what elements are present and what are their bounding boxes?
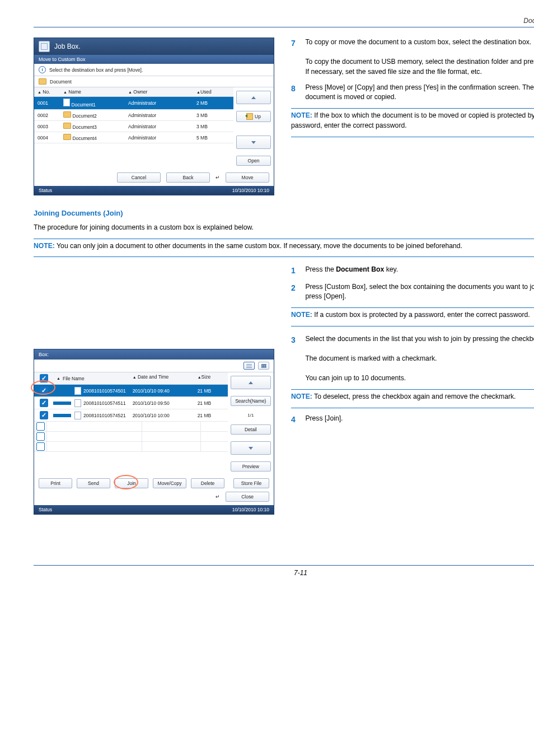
col-owner[interactable]: ▲ Owner xyxy=(125,87,193,96)
note-rule xyxy=(291,307,534,308)
panel-title-bar: Job Box. xyxy=(34,38,274,55)
note-label: NOTE: xyxy=(34,242,55,250)
intro-text: The procedure for joining documents in a… xyxy=(34,223,534,233)
note-label: NOTE: xyxy=(291,311,312,319)
enter-icon: ↵ xyxy=(216,175,220,180)
status-time: 10/10/2010 10:10 xyxy=(232,507,269,512)
step-number: 1 xyxy=(291,265,303,276)
cell-used: 2 MB xyxy=(193,99,233,108)
status-label[interactable]: Status xyxy=(39,507,52,512)
step-text: Press the Document Box key. xyxy=(305,265,534,275)
table-row[interactable]: 0002 Document2 Administrator 3 MB xyxy=(34,110,233,121)
step-text: Select the documents in the list that yo… xyxy=(305,335,534,343)
col-size[interactable]: ▲Size xyxy=(194,372,228,384)
folder-icon xyxy=(63,134,71,140)
open-button[interactable]: Open xyxy=(236,156,271,166)
cell-filename: 2008101010574501 xyxy=(71,385,129,396)
col-filename[interactable]: ▲ File Name xyxy=(53,372,129,384)
col-datetime[interactable]: ▲ Date and Time xyxy=(129,372,194,384)
print-button[interactable]: Print xyxy=(39,478,72,488)
cell-owner: Administrator xyxy=(125,122,193,131)
table-row[interactable]: 0001 Document1 Administrator 2 MB xyxy=(34,97,233,110)
send-button[interactable]: Send xyxy=(77,478,110,488)
folder-icon xyxy=(39,78,46,85)
panel-subtitle: Move to Custom Box xyxy=(34,55,274,64)
step-number: 7 xyxy=(291,38,303,49)
move-copy-button[interactable]: Move/Copy xyxy=(153,478,186,488)
col-name[interactable]: ▲ Name xyxy=(60,87,125,96)
chevron-down-icon xyxy=(249,447,253,450)
up-button[interactable]: Up xyxy=(236,111,271,122)
cell-name: Document1 xyxy=(60,97,125,109)
note-rule xyxy=(291,389,534,390)
row-index xyxy=(53,402,71,405)
step-text: To copy the document to USB memory, sele… xyxy=(305,58,534,76)
cell-size: 21 MB xyxy=(194,411,228,420)
view-toggle-row xyxy=(34,360,274,372)
box-panel: Box: ✓ ▲ File Name ▲ Date and Time ▲Size xyxy=(34,349,274,515)
cell-no: 0001 xyxy=(34,99,60,108)
note-rule xyxy=(34,239,534,239)
delete-button[interactable]: Delete xyxy=(191,478,224,488)
list-header: ✓ ▲ File Name ▲ Date and Time ▲Size xyxy=(34,372,228,385)
cell-filename: 2008101010574511 xyxy=(71,398,129,409)
move-button[interactable]: Move xyxy=(226,172,269,183)
table-row[interactable]: 0003 Document3 Administrator 3 MB xyxy=(34,121,233,132)
col-select-all[interactable]: ✓ xyxy=(34,372,53,384)
cell-name: Document3 xyxy=(60,121,125,132)
search-button[interactable]: Search(Name) xyxy=(231,396,271,406)
enter-icon: ↵ xyxy=(216,494,220,500)
join-button[interactable]: Join xyxy=(115,478,148,488)
note-rule xyxy=(291,408,534,408)
step-text: You can join up to 10 documents. xyxy=(305,374,406,382)
cell-owner: Administrator xyxy=(125,111,193,120)
back-button[interactable]: Back xyxy=(166,172,210,183)
cell-no: 0004 xyxy=(34,133,60,142)
preview-button[interactable]: Preview xyxy=(231,461,271,472)
store-file-button[interactable]: Store File xyxy=(233,478,269,488)
checkbox[interactable] xyxy=(36,422,45,431)
scroll-down-button[interactable] xyxy=(231,441,271,455)
cell-datetime: 2010/10/10 09:40 xyxy=(129,386,194,395)
cell-size: 21 MB xyxy=(194,386,228,395)
checkbox-icon: ✓ xyxy=(40,374,48,382)
file-icon xyxy=(74,412,81,419)
detail-button[interactable]: Detail xyxy=(231,424,271,435)
cancel-button[interactable]: Cancel xyxy=(117,172,161,183)
row-index xyxy=(53,414,71,417)
checkbox[interactable]: ✓ xyxy=(40,399,48,407)
scroll-up-button[interactable] xyxy=(231,376,271,389)
folder-icon xyxy=(63,123,71,129)
step-text: Press [Custom Box], select the box conta… xyxy=(305,282,534,302)
step-text: Press [Join]. xyxy=(305,414,534,424)
cell-no: 0002 xyxy=(34,111,60,120)
table-row[interactable]: 0004 Document4 Administrator 5 MB xyxy=(34,132,233,143)
note-rule xyxy=(291,137,534,137)
note-label: NOTE: xyxy=(291,393,312,400)
checkbox[interactable]: ✓ xyxy=(40,386,48,395)
checkbox[interactable]: ✓ xyxy=(40,411,48,419)
table-row[interactable]: ✓ 2008101010574511 2010/10/10 09:50 21 M… xyxy=(34,397,228,409)
list-header: ▲ No. ▲ Name ▲ Owner ▲Used xyxy=(34,87,233,97)
scroll-up-button[interactable] xyxy=(236,91,271,104)
grid-view-button[interactable] xyxy=(258,362,269,370)
scroll-down-button[interactable] xyxy=(236,136,271,149)
status-label[interactable]: Status xyxy=(39,188,52,193)
page-indicator: 1/1 xyxy=(231,413,271,418)
col-used[interactable]: ▲Used xyxy=(193,87,233,96)
table-row[interactable]: ✓ 2008101010574501 2010/10/10 09:40 21 M… xyxy=(34,385,228,397)
checkbox[interactable] xyxy=(36,432,45,441)
col-no[interactable]: ▲ No. xyxy=(34,87,60,96)
checkbox[interactable] xyxy=(36,442,45,451)
close-button[interactable]: Close xyxy=(226,492,269,502)
cell-used: 3 MB xyxy=(193,122,233,131)
step-number: 8 xyxy=(291,83,303,94)
note-text: If the box to which the document is to b… xyxy=(291,111,534,129)
step-text: Press [Move] or [Copy] and then press [Y… xyxy=(305,83,534,102)
note-rule xyxy=(291,326,534,326)
cell-datetime: 2010/10/10 09:50 xyxy=(129,399,194,408)
file-icon xyxy=(74,387,81,395)
running-header: Document Box xyxy=(34,17,534,25)
list-view-button[interactable] xyxy=(243,362,255,370)
table-row[interactable]: ✓ 2008101010574521 2010/10/10 10:00 21 M… xyxy=(34,409,228,422)
